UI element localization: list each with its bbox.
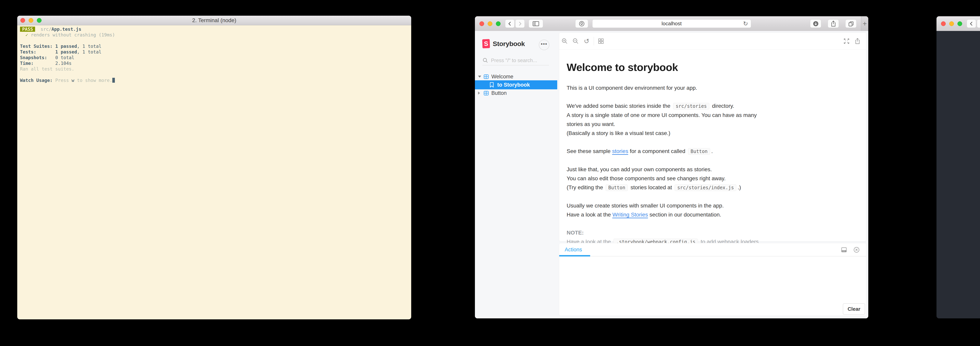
text-line: This is a UI component dev environment f… xyxy=(566,84,858,92)
onepassword-icon xyxy=(579,21,585,27)
clear-actions-button[interactable]: Clear xyxy=(843,303,865,315)
text-line: Have a look at the Writing Stories secti… xyxy=(566,210,858,219)
terminal-cursor xyxy=(112,78,115,83)
text-segment: (Basically a story is like a visual test… xyxy=(566,130,670,136)
close-button[interactable] xyxy=(479,21,484,26)
sidebar-toggle-button[interactable] xyxy=(528,19,543,28)
url-text: localhost xyxy=(662,21,682,27)
chevron-left-icon xyxy=(507,21,512,27)
open-canvas-new-tab-button[interactable] xyxy=(852,38,863,44)
welcome-heading: Welcome to storybook xyxy=(566,61,858,73)
fullscreen-button[interactable] xyxy=(841,38,852,44)
browser-toolbar[interactable]: localhost ↻ + xyxy=(475,16,868,31)
tabs-icon xyxy=(848,21,854,27)
chevron-left-icon xyxy=(969,21,974,27)
text-segment: . xyxy=(711,148,713,154)
forward-button[interactable] xyxy=(977,19,980,28)
close-button[interactable] xyxy=(21,18,25,23)
zoom-in-button[interactable] xyxy=(559,38,570,44)
text-line: (Try editing the Button stories located … xyxy=(566,183,858,192)
downloads-button[interactable] xyxy=(810,19,821,28)
terminal-line xyxy=(20,72,411,78)
text-line: (Basically a story is like a visual test… xyxy=(566,129,858,138)
storybook-sidebar: S Storybook ••• Press "/" to search... W… xyxy=(475,31,557,318)
minimize-button[interactable] xyxy=(29,18,33,23)
close-panel-button[interactable] xyxy=(852,246,861,254)
zoom-button[interactable] xyxy=(958,21,962,26)
text-segment: .) xyxy=(738,184,741,190)
caret-right-icon[interactable] xyxy=(478,92,484,95)
code-chip: Button xyxy=(606,184,628,191)
preview-toolbar: ↺ xyxy=(559,33,866,50)
new-tab-button[interactable]: + xyxy=(861,16,868,31)
tab-actions[interactable]: Actions xyxy=(565,247,582,253)
reload-icon[interactable]: ↻ xyxy=(743,21,748,27)
caret-down-icon[interactable] xyxy=(478,76,484,78)
sidebar-item-to-storybook[interactable]: to Storybook xyxy=(475,80,557,89)
terminal-line xyxy=(20,38,411,43)
addons-panel: Actions Clear xyxy=(559,243,866,316)
download-icon xyxy=(813,21,819,27)
onepassword-extension-button[interactable] xyxy=(575,19,588,28)
terminal-title: 2. Terminal (node) xyxy=(192,17,236,24)
paragraph: We've added some basic stories inside th… xyxy=(566,102,858,138)
reset-zoom-icon: ↺ xyxy=(584,38,590,44)
text-line: NOTE: xyxy=(566,228,858,237)
terminal-line: Watch Usage: Press w to show more. xyxy=(20,78,411,83)
text-segment: for a component called xyxy=(628,148,687,154)
sidebar-item-welcome[interactable]: Welcome xyxy=(475,73,557,80)
terminal-line: PASS src/App.test.js xyxy=(20,27,411,32)
brand-name: Storybook xyxy=(493,40,525,48)
storybook-brand[interactable]: S Storybook xyxy=(482,39,525,48)
doc-link[interactable]: Writing Stories xyxy=(612,212,648,218)
zoom-button[interactable] xyxy=(496,21,501,26)
terminal-titlebar[interactable]: 2. Terminal (node) xyxy=(17,16,411,25)
text-segment: stories located at xyxy=(629,184,673,190)
storybook-logo-icon: S xyxy=(482,39,490,48)
export-icon xyxy=(854,38,861,44)
zoom-button[interactable] xyxy=(37,18,41,23)
address-bar[interactable]: localhost ↻ xyxy=(592,19,751,28)
sidebar-item-label: Button xyxy=(492,90,507,96)
bookmark-icon xyxy=(489,82,497,88)
close-button[interactable] xyxy=(941,21,946,26)
ellipsis-icon: ••• xyxy=(541,44,547,46)
paragraph: See these sample stories for a component… xyxy=(566,147,858,156)
terminal-line: Time: 2.104s xyxy=(20,60,411,66)
active-tab-indicator xyxy=(559,255,590,257)
sidebar-item-button[interactable]: Button xyxy=(475,89,557,97)
text-segment: We've added some basic stories inside th… xyxy=(566,103,672,109)
minimize-button[interactable] xyxy=(949,21,954,26)
browser-toolbar[interactable]: localhost ↻ + xyxy=(937,16,980,31)
terminal-output[interactable]: PASS src/App.test.js ✓ renders without c… xyxy=(17,25,411,83)
back-button[interactable] xyxy=(967,19,976,28)
text-line: We've added some basic stories inside th… xyxy=(566,102,858,111)
minimize-button[interactable] xyxy=(488,21,492,26)
panel-position-button[interactable] xyxy=(839,246,849,254)
text-line: Usually we create stories with smaller U… xyxy=(566,201,858,210)
text-segment: You can also edit those components and s… xyxy=(566,175,725,181)
shortcuts-menu-button[interactable]: ••• xyxy=(539,40,549,50)
text-segment: directory. xyxy=(711,103,734,109)
terminal-line: Test Suites: 1 passed, 1 total xyxy=(20,43,411,49)
zoom-out-button[interactable] xyxy=(570,38,581,44)
text-segment: Just like that, you can add your own com… xyxy=(566,166,712,172)
tab-overview-button[interactable] xyxy=(845,19,856,28)
text-segment: section in our documentation. xyxy=(648,212,721,217)
grid-toggle-button[interactable] xyxy=(595,38,606,44)
close-circle-icon xyxy=(853,246,860,253)
back-button[interactable] xyxy=(505,19,514,28)
traffic-lights xyxy=(21,18,41,23)
share-button[interactable] xyxy=(828,19,839,28)
search-input[interactable]: Press "/" to search... xyxy=(482,56,549,65)
code-chip: src/stories/index.js xyxy=(675,184,737,191)
paragraph: This is a UI component dev environment f… xyxy=(566,84,858,92)
text-segment: A story is a single state of one or more… xyxy=(566,112,757,118)
traffic-lights xyxy=(479,21,501,26)
doc-link[interactable]: stories xyxy=(612,148,628,155)
text-segment: (Try editing the xyxy=(566,184,605,190)
text-segment: Usually we create stories with smaller U… xyxy=(566,203,724,209)
zoom-reset-button[interactable]: ↺ xyxy=(581,38,592,44)
forward-button[interactable] xyxy=(515,19,525,28)
welcome-story-content: Welcome to storybookThis is a UI compone… xyxy=(559,50,866,256)
